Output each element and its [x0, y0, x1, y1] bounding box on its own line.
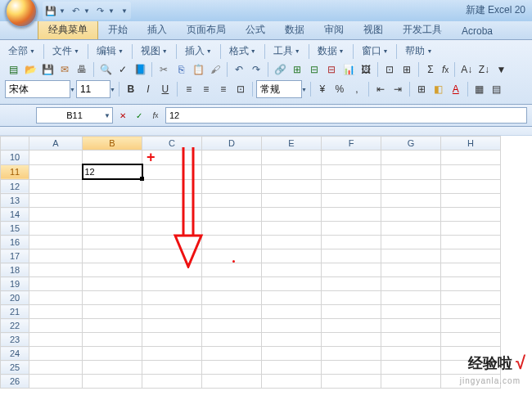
menu-data[interactable]: 数据▼: [314, 43, 348, 59]
fx-icon[interactable]: fx: [149, 109, 162, 122]
cell[interactable]: [262, 249, 322, 263]
select-all-corner[interactable]: [1, 137, 29, 151]
mail-icon[interactable]: ✉: [56, 61, 73, 78]
row-header[interactable]: 24: [1, 347, 29, 361]
borders-icon[interactable]: ⊞: [413, 81, 430, 97]
cell[interactable]: [322, 208, 381, 222]
cell[interactable]: [29, 179, 83, 194]
cell[interactable]: [202, 277, 262, 291]
menu-format[interactable]: 格式▼: [226, 43, 259, 59]
currency-icon[interactable]: ¥: [314, 81, 331, 97]
insert-hyperlink-icon[interactable]: 🔗: [272, 61, 288, 78]
cell[interactable]: [322, 179, 381, 194]
cell[interactable]: [142, 277, 202, 291]
cell[interactable]: [83, 151, 142, 165]
menu-insert[interactable]: 插入▼: [182, 43, 215, 59]
cell[interactable]: [142, 305, 202, 319]
redo-icon[interactable]: ↷: [248, 61, 264, 78]
cell[interactable]: [142, 208, 202, 222]
column-header[interactable]: H: [441, 137, 501, 151]
cell[interactable]: [322, 277, 381, 291]
cell[interactable]: [322, 291, 381, 305]
cell[interactable]: [262, 361, 322, 375]
cell[interactable]: [262, 263, 322, 277]
cell[interactable]: [322, 222, 381, 236]
cell[interactable]: [142, 291, 202, 305]
copy-icon[interactable]: ⎘: [173, 61, 189, 78]
cell[interactable]: [83, 277, 142, 291]
cell[interactable]: [322, 263, 381, 277]
row-header[interactable]: 19: [1, 277, 29, 291]
cell[interactable]: [83, 305, 142, 319]
row-header[interactable]: 25: [1, 361, 29, 375]
row-header[interactable]: 21: [1, 305, 29, 319]
row-header[interactable]: 17: [1, 249, 29, 263]
cell[interactable]: [441, 249, 501, 263]
cell[interactable]: [322, 194, 381, 208]
sort-desc-icon[interactable]: Z↓: [476, 61, 492, 78]
merge-cells-icon[interactable]: ⊡: [381, 61, 398, 78]
cell[interactable]: [262, 236, 322, 249]
undo-icon[interactable]: ↶: [69, 4, 82, 17]
column-header[interactable]: C: [142, 137, 202, 151]
cell[interactable]: [262, 194, 322, 208]
cell[interactable]: [142, 194, 202, 208]
cell[interactable]: [29, 208, 83, 222]
row-header[interactable]: 11: [1, 164, 29, 179]
cell[interactable]: [441, 277, 501, 291]
cell[interactable]: [142, 179, 202, 194]
cell[interactable]: [202, 222, 262, 236]
cell[interactable]: [322, 319, 381, 333]
research-icon[interactable]: 📘: [132, 61, 148, 78]
cell[interactable]: [322, 333, 381, 347]
cell[interactable]: [381, 222, 441, 236]
qat-customize-drop-icon[interactable]: ▼: [121, 7, 129, 15]
redo-icon[interactable]: ↷: [93, 4, 106, 17]
number-format-select[interactable]: 常规: [256, 80, 302, 98]
chevron-down-icon[interactable]: ▼: [110, 87, 115, 92]
cell[interactable]: [381, 277, 441, 291]
formula-input[interactable]: 12: [165, 107, 527, 124]
increase-indent-icon[interactable]: ⇥: [390, 81, 406, 97]
row-header[interactable]: 12: [1, 179, 29, 194]
cell[interactable]: [262, 319, 322, 333]
cell[interactable]: [381, 236, 441, 249]
cell[interactable]: 12: [83, 164, 142, 179]
cell[interactable]: [322, 305, 381, 319]
percent-icon[interactable]: %: [331, 81, 348, 97]
menu-window[interactable]: 窗口▼: [358, 43, 392, 59]
row-header[interactable]: 20: [1, 291, 29, 305]
cell[interactable]: [381, 375, 441, 389]
cell[interactable]: [202, 361, 262, 375]
cell[interactable]: [142, 263, 202, 277]
qat-redo-drop-icon[interactable]: ▼: [108, 7, 116, 15]
align-center-icon[interactable]: ≡: [198, 81, 214, 97]
cell[interactable]: [83, 375, 142, 389]
print-icon[interactable]: 🖶: [74, 61, 90, 78]
cell[interactable]: [441, 164, 501, 179]
cell[interactable]: [83, 319, 142, 333]
print-preview-icon[interactable]: 🔍: [97, 61, 114, 78]
decrease-indent-icon[interactable]: ⇤: [372, 81, 389, 97]
cell[interactable]: [441, 208, 501, 222]
cut-icon[interactable]: ✂: [156, 61, 172, 78]
insert-col-icon[interactable]: ⊟: [306, 61, 322, 78]
cell[interactable]: [441, 236, 501, 249]
tab-developer[interactable]: 开发工具: [393, 20, 452, 39]
font-name-select[interactable]: 宋体: [5, 80, 70, 98]
cell[interactable]: [381, 361, 441, 375]
cell[interactable]: [83, 194, 142, 208]
cell[interactable]: [83, 179, 142, 194]
font-size-select[interactable]: 11: [76, 80, 110, 98]
cell[interactable]: [142, 333, 202, 347]
cell[interactable]: [29, 249, 83, 263]
insert-picture-icon[interactable]: 🖼: [358, 61, 374, 78]
row-header[interactable]: 13: [1, 194, 29, 208]
cell[interactable]: [202, 291, 262, 305]
row-header[interactable]: 23: [1, 333, 29, 347]
tab-home[interactable]: 开始: [98, 20, 138, 39]
cell[interactable]: [83, 222, 142, 236]
filter-icon[interactable]: ▼: [493, 61, 509, 78]
column-header[interactable]: G: [381, 137, 441, 151]
cell[interactable]: [262, 347, 322, 361]
